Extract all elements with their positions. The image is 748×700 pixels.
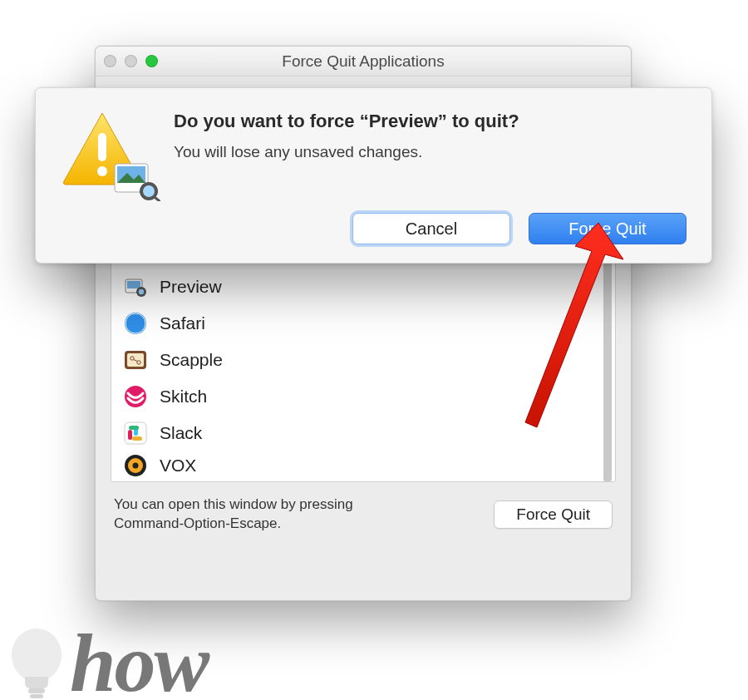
close-window-button[interactable] bbox=[104, 55, 116, 67]
list-item[interactable]: Safari bbox=[111, 305, 615, 342]
force-quit-confirm-button[interactable]: Force Quit bbox=[529, 213, 686, 244]
vox-icon bbox=[123, 453, 148, 478]
svg-rect-21 bbox=[132, 436, 142, 441]
force-quit-button[interactable]: Force Quit bbox=[494, 500, 613, 529]
svg-rect-36 bbox=[28, 688, 45, 693]
list-item[interactable]: VOX bbox=[111, 451, 615, 480]
confirm-dialog: Do you want to force “Preview” to quit? … bbox=[35, 87, 712, 264]
window-footer: You can open this window by pressing Com… bbox=[96, 482, 631, 534]
svg-point-35 bbox=[12, 629, 62, 682]
titlebar: Force Quit Applications bbox=[96, 47, 631, 76]
list-item-label: Slack bbox=[160, 423, 202, 443]
minimize-window-button[interactable] bbox=[125, 55, 137, 67]
svg-rect-19 bbox=[128, 430, 132, 440]
list-item[interactable]: Skitch bbox=[111, 378, 615, 415]
list-item-label: Scapple bbox=[160, 350, 223, 370]
svg-rect-22 bbox=[129, 426, 139, 430]
svg-point-25 bbox=[133, 463, 139, 469]
lightbulb-icon bbox=[5, 622, 68, 700]
dialog-icon bbox=[61, 110, 152, 244]
preview-icon bbox=[112, 161, 160, 201]
list-item[interactable]: Slack bbox=[111, 415, 615, 451]
list-item[interactable]: Scapple bbox=[111, 342, 615, 378]
list-item-label: Preview bbox=[160, 277, 222, 297]
hint-text: You can open this window by pressing Com… bbox=[114, 495, 388, 534]
svg-rect-1 bbox=[127, 281, 140, 288]
watermark-text: how bbox=[70, 622, 208, 700]
safari-icon bbox=[123, 311, 148, 336]
window-title: Force Quit Applications bbox=[282, 52, 444, 71]
preview-icon bbox=[123, 274, 148, 299]
list-item[interactable]: Preview bbox=[111, 269, 615, 305]
list-item-label: Safari bbox=[160, 313, 205, 333]
svg-point-32 bbox=[143, 185, 155, 197]
traffic-lights bbox=[104, 47, 158, 76]
list-item-label: VOX bbox=[160, 456, 196, 476]
list-item-label: Skitch bbox=[160, 387, 207, 407]
watermark: how bbox=[5, 622, 208, 700]
scapple-icon bbox=[123, 348, 148, 372]
svg-rect-26 bbox=[98, 133, 106, 161]
zoom-window-button[interactable] bbox=[145, 55, 158, 67]
slack-icon bbox=[123, 421, 148, 446]
svg-rect-37 bbox=[30, 694, 43, 698]
skitch-icon bbox=[123, 384, 148, 409]
svg-point-3 bbox=[139, 289, 144, 294]
svg-line-33 bbox=[155, 198, 160, 201]
dialog-title: Do you want to force “Preview” to quit? bbox=[174, 110, 686, 133]
cancel-button[interactable]: Cancel bbox=[352, 213, 510, 244]
dialog-message: You will lose any unsaved changes. bbox=[174, 143, 686, 161]
svg-point-27 bbox=[97, 166, 107, 176]
